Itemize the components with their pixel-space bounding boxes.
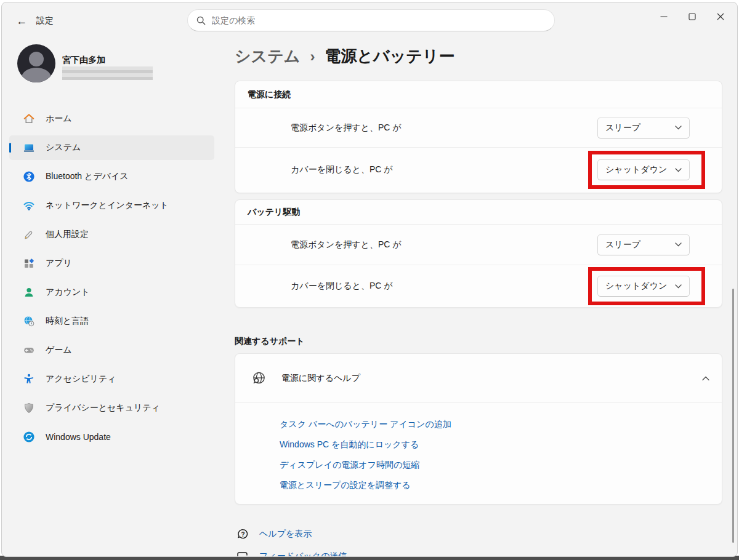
row-label: カバーを閉じると、PC が (291, 164, 393, 175)
apps-icon (23, 257, 35, 270)
breadcrumb-separator: › (310, 48, 315, 65)
sidebar-item-label: Bluetooth とデバイス (46, 171, 129, 182)
web-search-icon (251, 370, 267, 386)
search-input[interactable] (212, 15, 546, 25)
sidebar-item-label: 時刻と言語 (46, 316, 89, 327)
send-feedback-row[interactable]: フィードバックの送信 (236, 550, 347, 557)
user-profile[interactable]: 宮下由多加 (17, 44, 214, 85)
sidebar-item-apps[interactable]: アプリ (9, 251, 214, 276)
back-button[interactable]: ← (12, 11, 31, 31)
windows-update-icon (23, 431, 35, 443)
user-name: 宮下由多加 (62, 55, 105, 66)
breadcrumb-parent[interactable]: システム (235, 46, 300, 67)
sidebar-item-label: システム (46, 142, 81, 153)
power-button-dropdown[interactable]: スリープ (597, 118, 690, 138)
sidebar-item-label: アカウント (46, 287, 90, 298)
lid-close-row: カバーを閉じると、PC が シャットダウン (235, 148, 722, 192)
sidebar-item-label: プライバシーとセキュリティ (46, 402, 160, 414)
sidebar-item-label: 個人用設定 (46, 229, 89, 240)
app-title: 設定 (36, 15, 54, 26)
settings-window: ← 設定 (1, 2, 738, 557)
close-icon (717, 13, 724, 20)
get-help-link: ヘルプを表示 (259, 529, 312, 540)
time-language-icon (23, 315, 35, 327)
sidebar-item-label: ゲーム (46, 345, 72, 356)
support-link-power-sleep[interactable]: 電源とスリープの設定を調整する (280, 475, 411, 495)
personalization-icon (23, 228, 35, 241)
chevron-down-icon (675, 284, 682, 289)
power-button-row: 電源ボタンを押すと、PC が スリープ (235, 225, 722, 265)
expander-label: 電源に関するヘルプ (281, 373, 702, 384)
privacy-icon (23, 402, 35, 414)
sidebar-item-accessibility[interactable]: アクセシビリティ (9, 367, 214, 391)
related-support-card: 電源に関するヘルプ タスク バーへのバッテリー アイコンの追加 Windows … (235, 353, 722, 505)
user-email-redacted (62, 66, 153, 80)
sidebar-item-system[interactable]: システム (9, 135, 214, 160)
dropdown-value: シャットダウン (605, 164, 667, 175)
lid-close-dropdown[interactable]: シャットダウン (597, 159, 690, 180)
sidebar-item-label: アプリ (46, 258, 72, 269)
breadcrumb: システム › 電源とバッテリー (235, 46, 454, 67)
accounts-icon (23, 286, 35, 298)
dropdown-value: スリープ (605, 239, 640, 250)
power-help-expander[interactable]: 電源に関するヘルプ (235, 354, 722, 403)
lid-close-dropdown[interactable]: シャットダウン (597, 276, 690, 297)
chevron-down-icon (675, 126, 682, 130)
selected-indicator (9, 143, 11, 153)
sidebar-item-accounts[interactable]: アカウント (9, 280, 214, 305)
related-support-title: 関連するサポート (235, 336, 305, 347)
support-link-auto-lock[interactable]: Windows PC を自動的にロックする (280, 434, 419, 455)
search-icon (196, 16, 206, 25)
minimize-button[interactable] (650, 5, 678, 28)
sidebar-item-label: ホーム (46, 113, 72, 124)
row-label: カバーを閉じると、PC が (291, 281, 393, 292)
sidebar-item-bluetooth[interactable]: Bluetooth とデバイス (9, 164, 214, 189)
maximize-icon (689, 13, 696, 20)
support-link-display-off[interactable]: ディスプレイの電源オフ時間の短縮 (280, 455, 419, 475)
sidebar-item-network[interactable]: ネットワークとインターネット (9, 193, 214, 218)
accessibility-icon (23, 373, 35, 385)
network-icon (23, 199, 35, 212)
dropdown-value: スリープ (605, 122, 640, 134)
sidebar-item-privacy[interactable]: プライバシーとセキュリティ (9, 396, 214, 420)
sidebar-item-label: ネットワークとインターネット (46, 200, 169, 211)
titlebar: ← 設定 (2, 2, 737, 38)
sidebar-nav: ホーム システム Bluetooth とデバイス (9, 106, 214, 449)
send-feedback-link: フィードバックの送信 (259, 551, 347, 557)
row-label: 電源ボタンを押すと、PC が (291, 122, 402, 134)
bluetooth-icon (23, 170, 35, 183)
power-button-row: 電源ボタンを押すと、PC が スリープ (235, 108, 722, 148)
sidebar-item-personalization[interactable]: 個人用設定 (9, 222, 214, 247)
back-arrow-icon: ← (16, 15, 27, 28)
section-title: 電源に接続 (235, 81, 722, 108)
chevron-down-icon (675, 168, 682, 172)
sidebar-item-gaming[interactable]: ゲーム (9, 338, 214, 362)
lid-close-row: カバーを閉じると、PC が シャットダウン (235, 265, 722, 307)
search-box[interactable] (187, 9, 555, 31)
row-label: 電源ボタンを押すと、PC が (291, 239, 402, 250)
on-battery-card: バッテリ駆動 電源ボタンを押すと、PC が スリープ カバーを閉じると、PC が… (235, 199, 722, 308)
get-help-row[interactable]: ? ヘルプを表示 (236, 527, 312, 541)
vertical-scrollbar[interactable] (732, 289, 734, 543)
gaming-icon (23, 344, 35, 356)
close-button[interactable] (706, 5, 735, 28)
sidebar-item-label: Windows Update (46, 432, 111, 442)
help-bubble-icon: ? (236, 527, 249, 541)
support-links: タスク バーへのバッテリー アイコンの追加 Windows PC を自動的にロッ… (235, 403, 722, 508)
page-title: 電源とバッテリー (325, 46, 454, 67)
feedback-icon (236, 550, 249, 557)
window-controls (650, 5, 735, 28)
avatar (17, 44, 55, 82)
maximize-button[interactable] (678, 5, 706, 28)
dropdown-value: シャットダウン (605, 281, 667, 292)
home-icon (23, 113, 35, 125)
support-link-battery-icon[interactable]: タスク バーへのバッテリー アイコンの追加 (280, 414, 451, 434)
section-title: バッテリ駆動 (235, 200, 722, 225)
sidebar-item-home[interactable]: ホーム (9, 106, 214, 131)
chevron-up-icon (702, 376, 709, 381)
sidebar-item-label: アクセシビリティ (46, 374, 116, 385)
sidebar-item-time-language[interactable]: 時刻と言語 (9, 309, 214, 334)
sidebar-item-windows-update[interactable]: Windows Update (9, 425, 214, 449)
power-button-dropdown[interactable]: スリープ (597, 234, 690, 255)
plugged-in-card: 電源に接続 電源ボタンを押すと、PC が スリープ カバーを閉じると、PC が … (235, 81, 722, 193)
